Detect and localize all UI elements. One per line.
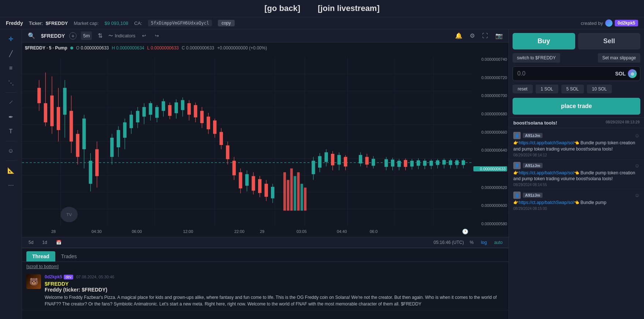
msg-header: 0d2kpk5 dev 07.08.2024, 05:30:46 — [45, 274, 504, 279]
x-29: 29 — [260, 229, 264, 234]
ticker-value: $FREDDY — [46, 21, 68, 26]
svg-rect-113 — [365, 157, 369, 164]
fullscreen-icon[interactable]: ⛶ — [481, 31, 489, 41]
chat-username-0[interactable]: A91zJm — [523, 133, 543, 138]
svg-rect-111 — [359, 155, 362, 163]
y-label-8: 0.0000000580 — [473, 222, 507, 226]
chat-section: boost!solana tools! 08/29/2024 08:13:29 … — [509, 118, 644, 319]
message-item: 🐻 0d2kpk5 dev 07.08.2024, 05:30:46 $FRED… — [22, 271, 509, 311]
line-tool[interactable]: ╱ — [4, 47, 18, 60]
trades-tab[interactable]: Trades — [55, 251, 83, 261]
alert-icon[interactable]: 🔔 — [454, 31, 464, 41]
place-trade-button[interactable]: place trade — [513, 98, 640, 115]
left-toolbar: ✛ ╱ ≡ ⋱ ⟋ ✒ T ☺ 📐 ⋯ — [0, 29, 22, 319]
chat-username-2[interactable]: A91zJm — [523, 193, 543, 198]
settings-icon[interactable]: ⚙ — [468, 31, 476, 41]
chat-link-0[interactable]: https://ct.app/batchSwap/sol — [519, 140, 574, 145]
fork-tool[interactable]: ⋱ — [4, 76, 18, 89]
1d-btn[interactable]: 1d — [40, 239, 49, 246]
sell-button[interactable]: Sell — [578, 33, 641, 49]
ca-address: 5fxDimppVmGFH6UdxaQycl — [148, 20, 212, 26]
ticker-label: Ticker: $FREDDY — [29, 21, 68, 26]
indicators-icon[interactable]: 〜 Indicators — [108, 33, 135, 39]
buy-sell-tabs: Buy Sell — [509, 29, 644, 52]
join-livestream-link[interactable]: [join livestream] — [318, 4, 380, 13]
1sol-button[interactable]: 1 SOL — [536, 85, 558, 93]
more-tool[interactable]: ⋯ — [4, 178, 18, 192]
crosshair-tool[interactable]: ✛ — [4, 32, 18, 45]
chat-username-1[interactable]: A91zJm — [523, 163, 543, 168]
add-symbol-button[interactable]: + — [69, 32, 77, 40]
msg-author-tag[interactable]: 0d2kpk5 — [45, 274, 62, 279]
svg-rect-68 — [200, 111, 204, 123]
creator-avatar — [605, 19, 613, 27]
buy-button[interactable]: Buy — [513, 33, 575, 49]
scroll-to-bottom[interactable]: [scroll to bottom] — [22, 262, 509, 271]
ohlc-open: O 0.0000000633 — [76, 45, 109, 51]
chat-text-1: 👉https://ct.app/batchSwap/sol👈 Bundle pu… — [513, 170, 640, 182]
chat-msg-header-1: 👤 A91zJm ☺ — [513, 162, 640, 169]
copy-button[interactable]: copy — [218, 20, 234, 26]
text-tool[interactable]: T — [4, 125, 18, 138]
x-2200: 22:00 — [234, 229, 245, 234]
interval-5m[interactable]: 5m — [81, 31, 92, 40]
msg-title: Freddy (ticker: $FREDDY) — [45, 287, 504, 293]
emoji-tool[interactable]: ☺ — [4, 144, 18, 157]
screenshot-icon[interactable]: 📷 — [494, 31, 504, 41]
ohlc-close: C 0.0000000633 — [182, 45, 214, 51]
indicators-label[interactable]: Indicators — [115, 33, 135, 38]
svg-rect-26 — [57, 107, 60, 130]
chat-emoji-btn-1[interactable]: ☺ — [634, 163, 640, 168]
percent-btn[interactable]: % — [468, 239, 475, 246]
svg-rect-34 — [82, 119, 86, 149]
undo-btn[interactable]: ↩ — [140, 31, 148, 40]
divider1 — [5, 92, 17, 93]
5sol-button[interactable]: 5 SOL — [561, 85, 584, 93]
chat-link-1[interactable]: https://ct.app/batchSwap/sol — [519, 170, 574, 175]
creator-tag[interactable]: 0d2kpk5 — [615, 20, 638, 26]
svg-rect-70 — [206, 116, 210, 129]
msg-author: 0d2kpk5 dev — [45, 274, 73, 279]
thread-tab[interactable]: Thread — [26, 251, 55, 261]
reset-button[interactable]: reset — [513, 85, 533, 93]
chat-link-2[interactable]: https://ct.app/batchSwap/sol — [519, 200, 574, 205]
chat-emoji-btn-0[interactable]: ☺ — [634, 133, 640, 138]
max-slippage-button[interactable]: Set max slippage — [598, 53, 640, 63]
svg-rect-139 — [455, 160, 458, 165]
switch-token-button[interactable]: switch to $FREDDY — [513, 53, 560, 63]
svg-rect-88 — [264, 184, 268, 197]
ruler-tool[interactable]: 📐 — [4, 164, 18, 177]
redo-btn[interactable]: ↪ — [153, 31, 161, 40]
5d-btn[interactable]: 5d — [26, 239, 36, 246]
chat-avatar-0: 👤 — [513, 132, 521, 139]
10sol-button[interactable]: 10 SOL — [587, 85, 612, 93]
preset-buttons: reset 1 SOL 5 SOL 10 SOL — [509, 83, 644, 95]
log-btn[interactable]: log — [480, 239, 488, 246]
horizontal-line-tool[interactable]: ≡ — [4, 62, 18, 75]
sol-badge: SOL ◎ — [615, 69, 637, 78]
chat-emoji-btn-2[interactable]: ☺ — [634, 192, 640, 198]
token-name: Freddy — [6, 20, 23, 26]
auto-btn[interactable]: auto — [493, 239, 504, 246]
ca-label: CA: — [134, 21, 142, 26]
chart-symbol: $FREDDY — [41, 33, 65, 39]
fib-tool[interactable]: ⟋ — [4, 96, 18, 109]
search-icon[interactable]: 🔍 — [26, 31, 37, 41]
chat-header-time: 08/29/2024 08:13:29 — [606, 120, 640, 124]
y-label-2: 0.0000000700 — [473, 93, 507, 98]
brush-tool[interactable]: ✒ — [4, 110, 18, 123]
svg-rect-119 — [391, 160, 394, 167]
calendar-btn[interactable]: 📅 — [54, 239, 64, 246]
svg-rect-72 — [213, 120, 216, 134]
y-label-current: 0.0000000633 — [473, 166, 507, 171]
chat-messages: 👤 A91zJm ☺ 👉https://ct.app/batchSwap/sol… — [509, 128, 644, 319]
compare-icon[interactable]: ⇅ — [96, 31, 104, 41]
svg-rect-141 — [462, 160, 465, 165]
svg-rect-66 — [194, 105, 197, 118]
svg-rect-125 — [410, 161, 413, 167]
go-back-link[interactable]: [go back] — [264, 4, 300, 13]
svg-rect-105 — [331, 154, 334, 165]
svg-rect-44 — [123, 122, 126, 138]
svg-rect-24 — [50, 96, 53, 126]
chat-message-0: 👤 A91zJm ☺ 👉https://ct.app/batchSwap/sol… — [509, 130, 644, 160]
